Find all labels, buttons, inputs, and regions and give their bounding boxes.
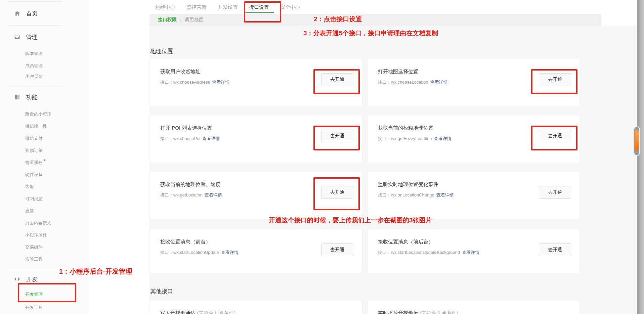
view-details-link[interactable]: 查看详情	[205, 192, 222, 197]
activate-button[interactable]: 去开通	[321, 73, 353, 86]
sidebar-group-3[interactable]: 开发	[14, 274, 38, 284]
sidebar-item-2-7[interactable]: 订阅消息	[25, 196, 43, 203]
api-name: 接口：wx.onLocationChange	[378, 192, 434, 197]
section-title-other: 其他接口	[150, 287, 173, 295]
api-condition-note: (未符合开通条件)	[420, 310, 458, 314]
sidebar-group-0[interactable]: 首页	[14, 9, 38, 18]
api-card-subtitle: 接口：wx.startLocationUpdateBackground查看详情	[378, 250, 479, 256]
scrollbar-orange-indicator[interactable]	[635, 130, 639, 151]
api-card-subtitle: 接口：wx.chooseLocation查看详情	[378, 79, 448, 85]
page: 首页管理版本管理成员管理用户反馈功能附近的小程序微信搜一搜微信支付购物订单物流服…	[0, 0, 644, 314]
api-card: 接收位置消息（前后台）接口：wx.startLocationUpdateBack…	[368, 229, 579, 273]
api-card-subtitle: 接口：wx.choosePoi查看详情	[160, 136, 220, 142]
sidebar-group-1[interactable]: 管理	[14, 32, 38, 42]
api-card: 打开地图选择位置接口：wx.chooseLocation查看详情去开通	[368, 59, 579, 106]
grid-icon	[14, 94, 20, 100]
code-icon	[14, 276, 20, 282]
sidebar-item-2-2[interactable]: 微信支付	[25, 135, 43, 142]
sidebar-group-label: 管理	[26, 33, 38, 41]
api-card-title: 获取用户收货地址	[160, 69, 201, 75]
api-name: 接口：wx.chooseAddress	[160, 80, 210, 85]
tab-1[interactable]: 监控告警	[182, 2, 211, 13]
annotation-step1: 1：小程序后台-开发管理	[59, 267, 132, 276]
api-card-title: 监听实时地理位置变化事件	[378, 181, 438, 188]
activate-button[interactable]: 去开通	[539, 73, 571, 86]
api-name: 接口：wx.startLocationUpdateBackground	[378, 250, 460, 255]
sidebar-item-2-0[interactable]: 附近的小程序	[25, 111, 51, 118]
sidebar-group-label: 开发	[26, 275, 38, 283]
api-card-subtitle: 接口：wx.chooseAddress查看详情	[160, 79, 229, 85]
view-details-link[interactable]: 查看详情	[434, 136, 451, 141]
api-title-text: 双人音视频通话	[160, 310, 197, 314]
activate-button[interactable]: 去开通	[539, 130, 571, 142]
sidebar-group-label: 功能	[26, 93, 38, 101]
scrollbar-track[interactable]	[637, 0, 644, 314]
api-card-title: 打开地图选择位置	[378, 69, 418, 75]
sidebar-item-2-1[interactable]: 微信搜一搜	[25, 123, 47, 130]
sidebar-divider	[8, 1, 62, 2]
api-card: 实时播放音视频流 (未符合开通条件)	[368, 301, 579, 314]
api-card-subtitle: 接口：wx.startLocationUpdate查看详情	[160, 250, 239, 256]
api-name: 接口：wx.getLocation	[160, 192, 203, 197]
home-icon	[14, 10, 20, 16]
sidebar-item-2-9[interactable]: 页面内容接入	[25, 220, 51, 227]
sidebar-item-2-8[interactable]: 直播	[25, 208, 34, 215]
sidebar-group-label: 首页	[26, 10, 38, 17]
api-name: 接口：wx.choosePoi	[160, 136, 200, 141]
activate-button[interactable]: 去开通	[321, 243, 353, 256]
view-details-link[interactable]: 查看详情	[212, 80, 229, 85]
sidebar-group-2[interactable]: 功能	[14, 92, 38, 102]
view-details-link[interactable]: 查看详情	[202, 136, 220, 141]
activate-button[interactable]: 去开通	[321, 186, 353, 199]
view-details-link[interactable]: 查看详情	[430, 80, 448, 85]
sidebar-item-2-10[interactable]: 小程序插件	[25, 232, 47, 239]
sidebar-divider	[8, 25, 62, 26]
sidebar-item-2-3[interactable]: 购物订单	[25, 147, 43, 154]
api-name: 接口：wx.chooseLocation	[378, 80, 428, 85]
api-card-title: 接收位置消息（前后台）	[378, 239, 433, 245]
api-card: 打开 POI 列表选择位置接口：wx.choosePoi查看详情去开通	[150, 116, 362, 163]
annotation-step3: 3：分表开通5个接口，接口申请理由在文档复制	[303, 29, 438, 38]
tab-3[interactable]: 接口设置	[244, 2, 274, 13]
api-card: 获取当前的地理位置、速度接口：wx.getLocation查看详情去开通	[150, 172, 362, 219]
api-card: 接收位置消息（前台）接口：wx.startLocationUpdate查看详情去…	[150, 229, 362, 273]
subtab-1[interactable]: 调用额度	[181, 17, 207, 23]
main-content: 运维中心监控告警开发设置接口设置安全中心 接口权限|调用额度 地理位置 其他接口…	[86, 0, 644, 314]
sidebar-item-2-4[interactable]: 物流服务	[25, 160, 45, 166]
api-name: 接口：wx.getFuzzyLocation	[378, 136, 432, 141]
api-card-title: 实时播放音视频流 (未符合开通条件)	[378, 310, 458, 314]
sidebar-item-1-0[interactable]: 版本管理	[25, 51, 43, 57]
api-card-title: 接收位置消息（前台）	[160, 239, 211, 245]
api-card-subtitle: 接口：wx.onLocationChange查看详情	[378, 192, 454, 198]
view-details-link[interactable]: 查看详情	[221, 250, 239, 255]
subtab-bar: 接口权限|调用额度	[149, 14, 601, 26]
sidebar-item-3-0[interactable]: 开发管理	[25, 291, 43, 298]
view-details-link[interactable]: 查看详情	[436, 192, 454, 197]
tab-4[interactable]: 安全中心	[275, 2, 305, 13]
new-badge-dot	[44, 160, 45, 161]
sidebar-item-2-5[interactable]: 硬件设备	[25, 172, 43, 178]
activate-button[interactable]: 去开通	[539, 186, 571, 199]
sidebar-divider	[8, 87, 62, 87]
tab-0[interactable]: 运维中心	[151, 2, 180, 13]
sidebar-item-1-2[interactable]: 用户反馈	[25, 74, 43, 80]
activate-button[interactable]: 去开通	[539, 243, 571, 256]
annotation-note: 开通这个接口的时候，要上传我们上一步在截图的3张图片	[269, 216, 432, 225]
api-card-title: 获取当前的地理位置、速度	[160, 181, 221, 188]
view-details-link[interactable]: 查看详情	[462, 250, 479, 255]
api-condition-note: (未符合开通条件)	[197, 310, 235, 314]
activate-button[interactable]: 去开通	[321, 130, 353, 142]
sidebar-item-2-6[interactable]: 客服	[25, 184, 34, 190]
api-card: 双人音视频通话 (未符合开通条件)	[150, 301, 362, 314]
section-title-geo: 地理位置	[150, 47, 173, 55]
sidebar-item-1-1[interactable]: 成员管理	[25, 63, 43, 70]
sidebar-item-2-12[interactable]: 实验工具	[25, 256, 43, 263]
api-card-subtitle: 接口：wx.getFuzzyLocation查看详情	[378, 136, 451, 142]
subtab-0[interactable]: 接口权限	[155, 17, 180, 23]
sidebar-item-3-1[interactable]: 开发工具	[25, 305, 43, 311]
tab-2[interactable]: 开发设置	[213, 2, 243, 13]
api-title-text: 实时播放音视频流	[378, 310, 420, 314]
sidebar-item-2-11[interactable]: 交易组件	[25, 244, 43, 251]
tab-bar: 运维中心监控告警开发设置接口设置安全中心	[151, 2, 305, 13]
api-card-title: 获取当前的模糊地理位置	[378, 125, 433, 131]
